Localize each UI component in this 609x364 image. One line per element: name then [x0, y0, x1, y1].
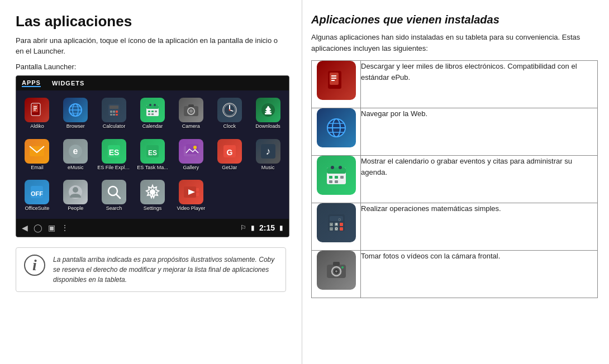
launcher-screen: APPS WIDGETS Aldiko Browser — [16, 75, 289, 237]
app-icon-estask[interactable]: ES ES Task Ma... — [134, 135, 172, 174]
app-cell-desc-browser: Navegar por la Web. — [361, 108, 598, 156]
tab-widgets[interactable]: WIDGETS — [52, 80, 84, 87]
launcher-icons-grid: Aldiko Browser Calculator Calendar — [16, 90, 289, 219]
svg-rect-25 — [148, 113, 150, 115]
svg-rect-86 — [329, 180, 332, 183]
left-column: Las aplicaciones Para abrir una aplicaci… — [0, 0, 302, 364]
svg-rect-11 — [110, 106, 118, 109]
svg-rect-26 — [151, 113, 154, 115]
svg-rect-96 — [340, 227, 343, 231]
svg-point-35 — [229, 109, 230, 111]
app-icon-downloads[interactable]: Downloads — [249, 94, 287, 133]
svg-rect-80 — [327, 167, 346, 174]
app-thumb-label-aldiko: Aldiko — [312, 102, 360, 108]
app-cell-icon-calculator: 0-+.0Calculator — [312, 203, 361, 251]
app-icon-emusic[interactable]: e eMusic — [57, 135, 94, 174]
app-icon-gallery[interactable]: Gallery — [172, 135, 210, 174]
svg-rect-17 — [116, 114, 118, 116]
app-icon-settings[interactable]: Settings — [134, 175, 172, 215]
statusbar-time: 2:15 — [259, 223, 275, 232]
svg-text:0: 0 — [335, 227, 337, 231]
svg-text:OFF: OFF — [31, 190, 43, 197]
svg-rect-87 — [335, 180, 338, 183]
statusbar-nav-buttons: ◀ ◯ ▣ ⋮ — [22, 223, 69, 232]
svg-rect-105 — [333, 262, 340, 266]
app-icon-clock[interactable]: Clock — [211, 94, 248, 133]
app-icon-browser[interactable]: Browser — [57, 94, 94, 133]
svg-text:G: G — [226, 148, 232, 157]
statusbar-right: ⚐ ▮ 2:15 ▮ — [240, 223, 283, 232]
signal-icon: ▮ — [279, 224, 283, 232]
svg-text:♪: ♪ — [265, 146, 270, 157]
app-cell-icon-calendar: Calendar — [312, 156, 361, 203]
svg-rect-30 — [188, 104, 194, 107]
app-thumb-label-camera: Camera — [312, 292, 360, 298]
svg-point-82 — [339, 166, 342, 169]
svg-rect-12 — [110, 111, 112, 113]
launcher-label: Pantalla Launcher: — [16, 63, 286, 71]
app-cell-icon-browser: Browser — [312, 108, 361, 156]
app-cell-desc-calculator: Realizar operaciones matemáticas simples… — [361, 203, 598, 251]
app-icon-people[interactable]: People — [57, 175, 94, 215]
svg-point-104 — [335, 270, 337, 272]
app-row-calculator: 0-+.0CalculatorRealizar operaciones mate… — [312, 203, 598, 251]
svg-rect-85 — [340, 176, 344, 179]
nav-home[interactable]: ◯ — [34, 223, 42, 232]
app-row-aldiko: AldikoDescargar y leer miles de libros e… — [312, 61, 598, 108]
nav-recent[interactable]: ▣ — [48, 223, 55, 232]
svg-rect-89 — [330, 216, 343, 221]
svg-rect-66 — [196, 188, 199, 191]
left-intro: Para abrir una aplicación, toque el ícon… — [16, 35, 286, 57]
apps-table: AldikoDescargar y leer miles de libros e… — [311, 60, 598, 298]
app-icon-empty2 — [249, 175, 287, 215]
app-cell-desc-calendar: Mostrar el calendario o grabar eventos y… — [361, 156, 598, 203]
app-icon-search[interactable]: Search — [96, 175, 133, 215]
app-icon-officesuite[interactable]: OFF OfficeSuite — [18, 175, 56, 215]
svg-rect-22 — [148, 111, 150, 112]
info-text: La pantalla arriba indicada es para prop… — [53, 255, 278, 285]
right-intro: Algunas aplicaciones han sido instaladas… — [311, 32, 598, 54]
svg-rect-51 — [186, 144, 198, 154]
launcher-statusbar: ◀ ◯ ▣ ⋮ ⚐ ▮ 2:15 ▮ — [16, 219, 289, 237]
svg-rect-13 — [113, 111, 115, 113]
app-row-calendar: CalendarMostrar el calendario o grabar e… — [312, 156, 598, 203]
app-icon-getjar[interactable]: G GetJar — [211, 135, 248, 174]
svg-rect-19 — [146, 105, 159, 109]
tab-apps[interactable]: APPS — [22, 79, 41, 87]
app-icon-email[interactable]: Email — [18, 135, 56, 174]
right-title: Aplicaciones que vienen instaladas — [311, 13, 598, 26]
app-icon-music[interactable]: ♪ Music — [249, 135, 287, 174]
svg-text:+: + — [335, 222, 337, 227]
app-icon-videoplayer[interactable]: Video Player — [172, 175, 210, 215]
svg-point-60 — [73, 187, 78, 193]
svg-point-20 — [149, 104, 151, 106]
app-icon-esfile[interactable]: ES ES File Explo... — [96, 135, 133, 174]
nav-back[interactable]: ◀ — [22, 223, 28, 232]
app-thumb-label-browser: Browser — [312, 150, 360, 155]
battery-icon: ▮ — [251, 224, 255, 232]
app-row-browser: BrowserNavegar por la Web. — [312, 108, 598, 156]
svg-line-62 — [116, 194, 120, 198]
app-cell-icon-aldiko: Aldiko — [312, 61, 361, 108]
left-title: Las aplicaciones — [16, 13, 286, 30]
info-icon: i — [24, 255, 45, 276]
app-icon-camera[interactable]: Camera — [172, 94, 210, 133]
svg-rect-24 — [155, 111, 157, 112]
nav-menu[interactable]: ⋮ — [61, 223, 69, 232]
svg-text:e: e — [73, 146, 78, 156]
svg-point-52 — [193, 146, 197, 149]
app-row-camera: CameraTomar fotos o vídeos con la cámara… — [312, 251, 598, 298]
launcher-topbar: APPS WIDGETS — [16, 76, 289, 90]
app-thumb-label-calendar: Calendar — [312, 197, 360, 203]
svg-rect-16 — [113, 114, 115, 116]
app-icon-calculator[interactable]: Calculator — [96, 94, 133, 133]
svg-rect-93 — [340, 223, 343, 226]
app-icon-calendar[interactable]: Calendar — [134, 94, 172, 133]
svg-rect-84 — [335, 176, 338, 179]
app-icon-aldiko[interactable]: Aldiko — [18, 94, 56, 133]
app-icon-empty1 — [211, 175, 248, 215]
svg-point-21 — [154, 104, 156, 106]
svg-text:ES: ES — [148, 149, 157, 157]
right-column: Aplicaciones que vienen instaladas Algun… — [302, 0, 609, 364]
svg-point-106 — [341, 266, 344, 269]
